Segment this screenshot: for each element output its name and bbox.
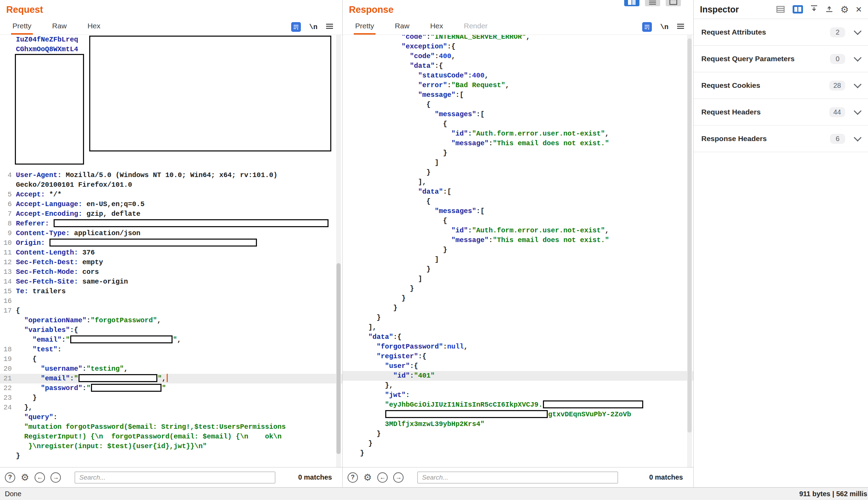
code-line[interactable]: 5Accept: */*	[0, 190, 342, 200]
code-line[interactable]: }\nregister(input: $test){user{id},jwt}}…	[0, 442, 342, 451]
next-match-button[interactable]: →	[393, 472, 404, 483]
code-line[interactable]: 4User-Agent: Mozilla/5.0 (Windows NT 10.…	[0, 170, 342, 180]
request-scrollbar-thumb[interactable]	[336, 263, 341, 454]
columns-view-icon[interactable]	[793, 5, 803, 13]
expand-all-icon[interactable]	[825, 5, 833, 14]
count-badge: 44	[829, 107, 845, 117]
code-line[interactable]: 21 "email":"",	[0, 374, 342, 383]
layout-toggles	[624, 0, 681, 6]
tab-raw[interactable]: Raw	[394, 22, 411, 35]
tab-pretty[interactable]: Pretty	[354, 22, 376, 35]
code-line[interactable]: 7Accept-Encoding: gzip, deflate	[0, 209, 342, 219]
line-number: 21	[0, 374, 12, 383]
code-line[interactable]: Gecko/20100101 Firefox/101.0	[0, 180, 342, 190]
line-number: 22	[0, 383, 12, 393]
prev-match-button[interactable]: ←	[35, 472, 45, 483]
code-line[interactable]: 15Te: trailers	[0, 287, 342, 296]
code-line[interactable]: }	[0, 451, 342, 461]
code-line[interactable]: 11Content-Length: 376	[0, 248, 342, 258]
code-line[interactable]: 24 },	[0, 403, 342, 413]
code-line[interactable]: 18 "test":	[0, 345, 342, 354]
menu-icon[interactable]	[326, 24, 333, 30]
next-match-button[interactable]: →	[50, 472, 61, 483]
code-line: "id":"Auth.form.error.user.not-exist",	[343, 226, 693, 235]
prev-match-button[interactable]: ←	[377, 472, 388, 483]
layout-single-button[interactable]	[666, 0, 681, 6]
code-line[interactable]: 12Sec-Fetch-Dest: empty	[0, 258, 342, 267]
section-response-headers[interactable]: Response Headers 6	[694, 126, 868, 152]
response-find-bar: ? ⚙ ← → 0 matches	[343, 467, 693, 487]
layout-stacked-button[interactable]	[645, 0, 660, 6]
help-icon[interactable]: ?	[5, 472, 15, 483]
code-line[interactable]: 14Sec-Fetch-Site: same-origin	[0, 277, 342, 287]
line-number: 13	[0, 267, 12, 277]
code-line[interactable]: RegisterInput!) {\n forgotPassword(email…	[0, 432, 342, 442]
code-line: },	[343, 381, 693, 390]
redaction-box	[91, 384, 161, 392]
chevron-down-icon[interactable]	[854, 54, 862, 62]
search-input[interactable]	[75, 472, 275, 483]
match-count: 0 matches	[298, 473, 332, 481]
code-line: "message":[	[343, 90, 693, 100]
code-line[interactable]: 10Origin:	[0, 238, 342, 248]
code-line[interactable]: 9Content-Type: application/json	[0, 229, 342, 238]
code-line: {	[343, 100, 693, 110]
tab-hex[interactable]: Hex	[429, 22, 444, 35]
code-line[interactable]: "email":"",	[0, 335, 342, 345]
chevron-down-icon[interactable]	[854, 133, 862, 141]
tab-hex[interactable]: Hex	[86, 22, 102, 35]
response-scrollbar[interactable]	[687, 35, 692, 467]
code-line[interactable]: 6Accept-Language: en-US,en;q=0.5	[0, 200, 342, 209]
word-wrap-toggle-icon[interactable]	[642, 22, 652, 32]
newline-toggle[interactable]: \n	[660, 23, 668, 31]
section-request-query-parameters[interactable]: Request Query Parameters 0	[694, 46, 868, 72]
status-text: Done	[0, 490, 21, 498]
code-line[interactable]: 19 {	[0, 354, 342, 364]
code-line[interactable]: "variables":{	[0, 325, 342, 335]
code-line: "id":"Auth.form.error.user.not-exist",	[343, 129, 693, 139]
code-line[interactable]: 22 "password":""	[0, 383, 342, 393]
chevron-down-icon[interactable]	[854, 107, 862, 115]
tab-pretty[interactable]: Pretty	[11, 22, 33, 35]
code-line[interactable]: 20 "username":"testing",	[0, 364, 342, 374]
code-line[interactable]: 17{	[0, 306, 342, 316]
redaction-box	[385, 410, 548, 418]
code-line[interactable]: "mutation forgotPassword($email: String!…	[0, 422, 342, 432]
section-request-attributes[interactable]: Request Attributes 2	[694, 19, 868, 46]
code-line: }	[343, 448, 693, 458]
code-line[interactable]: 23 }	[0, 393, 342, 403]
redaction-box	[49, 239, 257, 247]
line-number: 18	[0, 345, 12, 354]
rows-view-icon[interactable]	[775, 5, 786, 13]
section-request-cookies[interactable]: Request Cookies 28	[694, 72, 868, 99]
code-line[interactable]: 8Referer:	[0, 219, 342, 229]
settings-gear-icon[interactable]: ⚙	[363, 473, 372, 482]
line-number: 15	[0, 287, 12, 296]
request-body-editor[interactable]: IuZ04fNeZFbLreqCGhxmOoQ8WXmtL44User-Agen…	[0, 35, 342, 467]
code-line: {	[343, 197, 693, 206]
close-icon[interactable]: ×	[856, 4, 862, 15]
chevron-down-icon[interactable]	[854, 80, 862, 88]
settings-gear-icon[interactable]: ⚙	[840, 5, 849, 14]
code-line[interactable]: "query":	[0, 413, 342, 422]
count-badge: 6	[830, 134, 845, 144]
layout-side-by-side-button[interactable]	[624, 0, 639, 6]
settings-gear-icon[interactable]: ⚙	[21, 473, 29, 482]
code-line[interactable]: "operationName":"forgotPassword",	[0, 316, 342, 325]
word-wrap-toggle-icon[interactable]	[291, 22, 301, 32]
chevron-down-icon[interactable]	[854, 27, 862, 35]
help-icon[interactable]: ?	[348, 472, 358, 483]
code-line: "message":"This email does not exist."	[343, 139, 693, 148]
newline-toggle[interactable]: \n	[309, 23, 317, 31]
response-scrollbar-thumb[interactable]	[687, 38, 692, 433]
menu-icon[interactable]	[677, 24, 684, 30]
tab-raw[interactable]: Raw	[51, 22, 68, 35]
code-line: ],	[343, 323, 693, 332]
request-scrollbar[interactable]	[336, 35, 341, 467]
section-request-headers[interactable]: Request Headers 44	[694, 99, 868, 126]
search-input[interactable]	[417, 472, 618, 483]
code-line[interactable]: 16	[0, 296, 342, 306]
collapse-all-icon[interactable]	[810, 5, 818, 14]
tab-render[interactable]: Render	[462, 22, 489, 35]
code-line[interactable]: 13Sec-Fetch-Mode: cors	[0, 267, 342, 277]
